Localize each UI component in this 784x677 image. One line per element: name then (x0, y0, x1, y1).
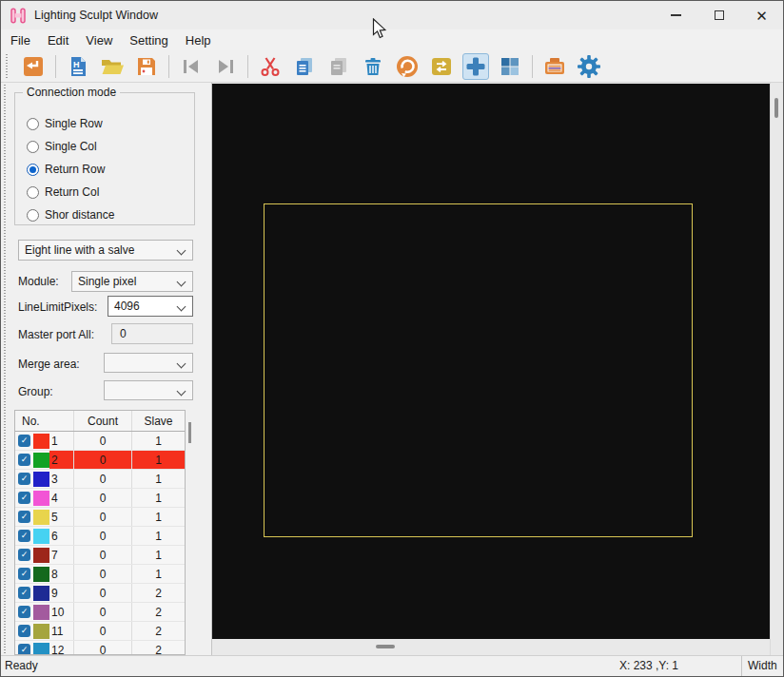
radio-single-row[interactable]: Single Row (27, 114, 103, 133)
cell-slave[interactable]: 1 (132, 508, 185, 526)
copy-button[interactable] (291, 53, 318, 80)
table-row[interactable]: ✓301 (15, 470, 185, 489)
settings-button[interactable] (576, 53, 602, 80)
layout-outline-rect[interactable] (264, 203, 693, 537)
cell-slave[interactable]: 2 (132, 603, 185, 621)
horizontal-scrollbar[interactable] (212, 639, 770, 655)
col-header-count[interactable]: Count (74, 411, 132, 431)
merge-area-select[interactable] (104, 353, 193, 373)
cell-count[interactable]: 0 (74, 527, 132, 545)
table-row[interactable]: ✓701 (15, 546, 185, 565)
group-select[interactable] (104, 380, 193, 400)
master-port-input[interactable]: 0 (111, 323, 193, 344)
table-row[interactable]: ✓501 (15, 508, 185, 527)
cell-slave[interactable]: 1 (132, 489, 185, 507)
radio-return-col[interactable]: Return Col (27, 183, 99, 202)
row-checkbox[interactable]: ✓ (18, 530, 30, 542)
row-checkbox[interactable]: ✓ (18, 473, 30, 485)
swap-button[interactable] (428, 53, 455, 80)
row-checkbox[interactable]: ✓ (18, 625, 30, 637)
save-button[interactable] (133, 53, 160, 80)
row-checkbox[interactable]: ✓ (18, 435, 30, 447)
menu-help[interactable]: Help (177, 31, 220, 49)
new-file-button[interactable]: H (65, 53, 91, 80)
cell-count[interactable]: 0 (74, 584, 132, 602)
cell-count[interactable]: 0 (74, 432, 132, 450)
table-row[interactable]: ✓801 (15, 565, 185, 584)
color-chip (33, 643, 49, 656)
table-scrollbar-thumb[interactable] (188, 422, 191, 443)
cell-slave[interactable]: 1 (132, 527, 185, 545)
cell-slave[interactable]: 1 (132, 432, 185, 450)
close-button[interactable]: ✕ (740, 1, 783, 29)
row-checkbox[interactable]: ✓ (18, 454, 30, 466)
cell-count[interactable]: 0 (74, 622, 132, 640)
row-number: 12 (49, 641, 73, 655)
group-label: Group: (18, 385, 53, 398)
delete-button[interactable] (360, 53, 386, 80)
skip-last-icon (214, 55, 237, 78)
col-header-slave[interactable]: Slave (132, 411, 185, 431)
skip-last-button[interactable] (212, 53, 239, 80)
skip-first-button[interactable] (178, 53, 205, 80)
cell-count[interactable]: 0 (74, 603, 132, 621)
table-row[interactable]: ✓401 (15, 489, 185, 508)
cell-slave[interactable]: 1 (132, 546, 185, 564)
row-checkbox[interactable]: ✓ (18, 511, 30, 523)
module-select[interactable]: Single pixel (71, 271, 193, 292)
design-canvas[interactable] (212, 84, 770, 639)
row-checkbox[interactable]: ✓ (18, 606, 30, 618)
cell-count[interactable]: 0 (74, 489, 132, 507)
toolbar-grip[interactable] (5, 54, 10, 79)
row-checkbox[interactable]: ✓ (18, 549, 30, 561)
cell-slave[interactable]: 1 (132, 565, 185, 583)
cell-slave[interactable]: 1 (132, 470, 185, 488)
rotate-button[interactable] (394, 53, 421, 80)
cell-count[interactable]: 0 (74, 641, 132, 655)
paste-button[interactable] (325, 53, 352, 80)
menu-edit[interactable]: Edit (39, 31, 77, 49)
table-row[interactable]: ✓601 (15, 527, 185, 546)
cell-count[interactable]: 0 (74, 546, 132, 564)
cell-count[interactable]: 0 (74, 565, 132, 583)
cut-button[interactable] (257, 53, 284, 80)
cell-slave[interactable]: 2 (132, 584, 185, 602)
table-row[interactable]: ✓1202 (15, 641, 185, 655)
row-checkbox[interactable]: ✓ (18, 492, 30, 504)
horizontal-scrollbar-thumb[interactable] (376, 645, 395, 648)
row-checkbox[interactable]: ✓ (18, 587, 30, 599)
table-row[interactable]: ✓902 (15, 584, 185, 603)
table-row[interactable]: ✓1002 (15, 603, 185, 622)
vertical-scrollbar[interactable] (770, 83, 783, 655)
cell-slave[interactable]: 2 (132, 622, 185, 640)
cell-count[interactable]: 0 (74, 470, 132, 488)
import-button[interactable] (20, 53, 47, 80)
test-device-button[interactable] (541, 53, 568, 80)
cell-count[interactable]: 0 (74, 508, 132, 526)
cell-slave[interactable]: 1 (132, 451, 185, 469)
row-checkbox[interactable]: ✓ (18, 644, 30, 655)
table-row[interactable]: ✓201 (15, 451, 185, 470)
menu-setting[interactable]: Setting (121, 31, 176, 49)
layout-grid-button[interactable] (497, 53, 523, 80)
open-folder-button[interactable] (99, 53, 126, 80)
sidebar-grip[interactable] (3, 85, 8, 653)
table-row[interactable]: ✓101 (15, 432, 185, 451)
maximize-button[interactable] (697, 1, 740, 29)
add-pixel-button[interactable] (462, 53, 489, 80)
row-number: 9 (49, 584, 73, 602)
radio-return-row[interactable]: Return Row (27, 160, 105, 179)
row-checkbox[interactable]: ✓ (18, 568, 30, 580)
cell-slave[interactable]: 2 (132, 641, 185, 655)
menu-file[interactable]: File (2, 31, 39, 49)
radio-single-col[interactable]: Single Col (27, 137, 97, 156)
line-mode-select[interactable]: Eight line with a salve (18, 240, 193, 261)
menu-view[interactable]: View (77, 31, 121, 49)
vertical-scrollbar-thumb[interactable] (774, 98, 778, 118)
col-header-no[interactable]: No. (15, 411, 74, 431)
line-limit-select[interactable]: 4096 (108, 296, 193, 317)
minimize-button[interactable] (655, 1, 697, 29)
radio-shor-distance[interactable]: Shor distance (27, 205, 114, 224)
cell-count[interactable]: 0 (74, 451, 132, 469)
table-row[interactable]: ✓1102 (15, 622, 185, 641)
